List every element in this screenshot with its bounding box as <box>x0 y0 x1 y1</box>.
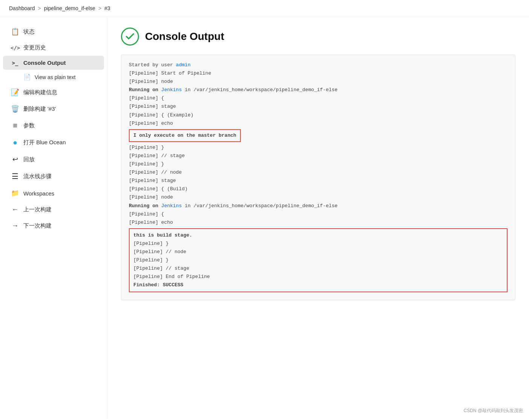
params-icon: ≡ <box>11 121 20 130</box>
sidebar-label-changes: 变更历史 <box>23 44 46 51</box>
console-line-11: [Pipeline] } <box>129 160 508 168</box>
breadcrumb-sep-1: > <box>38 5 41 11</box>
sidebar-label-prev-build: 上一次构建 <box>23 206 52 213</box>
main-content: Console Output Started by user admin [Pi… <box>107 17 529 419</box>
console-line-14: [Pipeline] { (Build) <box>129 185 508 193</box>
sidebar-item-plain-text[interactable]: 📄 View as plain text <box>3 70 104 84</box>
terminal-icon: >_ <box>11 60 20 66</box>
section-line-1: this is build stage. <box>133 231 503 240</box>
highlight-box-1: I only execute on the master branch <box>129 129 241 142</box>
breadcrumb-pipeline[interactable]: pipeline_demo_if-else <box>44 5 95 11</box>
console-line-16: Running on Jenkins in /var/jenkins_home/… <box>129 202 508 210</box>
sidebar: 📋 状态 </> 变更历史 >_ Console Output 📄 View a… <box>0 17 107 419</box>
file-icon: 📄 <box>23 73 31 81</box>
sidebar-label-console: Console Output <box>23 60 66 66</box>
sidebar-label-blue-ocean: 打开 Blue Ocean <box>23 139 66 146</box>
console-line-9: [Pipeline] } <box>129 144 508 152</box>
sidebar-label-edit-build: 编辑构建信息 <box>23 89 57 96</box>
sidebar-item-params[interactable]: ≡ 参数 <box>3 118 104 134</box>
console-output: Started by user admin [Pipeline] Start o… <box>121 55 515 300</box>
page-header: Console Output <box>121 27 515 46</box>
sidebar-item-console[interactable]: >_ Console Output <box>3 56 104 70</box>
console-line-10: [Pipeline] // stage <box>129 152 508 160</box>
console-line-2: [Pipeline] Start of Pipeline <box>129 69 508 78</box>
section-line-7: Finished: SUCCESS <box>133 281 503 289</box>
sidebar-item-pipeline-steps[interactable]: ☰ 流水线步骤 <box>3 168 104 185</box>
replay-icon: ↩ <box>11 155 20 163</box>
sidebar-item-workspaces[interactable]: 📁 Workspaces <box>3 185 104 201</box>
sidebar-item-delete-build[interactable]: 🗑️ 删除构建 '#3' <box>3 101 104 117</box>
console-line-13: [Pipeline] stage <box>129 177 508 185</box>
admin-link[interactable]: admin <box>176 62 191 68</box>
jenkins-link-2[interactable]: Jenkins <box>161 203 182 209</box>
section-line-6: [Pipeline] End of Pipeline <box>133 273 503 281</box>
document-icon: 📋 <box>11 27 20 36</box>
console-line-12: [Pipeline] // node <box>129 168 508 177</box>
arrow-left-icon: ← <box>11 206 20 214</box>
sidebar-label-params: 参数 <box>23 122 35 129</box>
sidebar-label-next-build: 下一次构建 <box>23 222 52 229</box>
breadcrumb-dashboard[interactable]: Dashboard <box>9 5 35 11</box>
sidebar-label-pipeline-steps: 流水线步骤 <box>23 173 52 180</box>
sidebar-label-replay: 回放 <box>23 156 35 163</box>
edit-icon: 📝 <box>11 88 20 96</box>
breadcrumb-build[interactable]: #3 <box>104 5 110 11</box>
console-line-4: Running on Jenkins in /var/jenkins_home/… <box>129 86 508 94</box>
trash-icon: 🗑️ <box>11 105 20 113</box>
folder-icon: 📁 <box>11 189 20 197</box>
section-line-3: [Pipeline] // node <box>133 248 503 256</box>
console-line-1: Started by user admin <box>129 61 508 69</box>
steps-icon: ☰ <box>11 172 20 181</box>
arrow-right-icon: → <box>11 222 20 230</box>
section-line-2: [Pipeline] } <box>133 240 503 248</box>
success-icon <box>121 27 139 46</box>
sidebar-item-replay[interactable]: ↩ 回放 <box>3 151 104 167</box>
console-line-15: [Pipeline] node <box>129 193 508 202</box>
ocean-icon: ● <box>11 138 20 147</box>
highlight-text-1: I only execute on the master branch <box>133 133 236 138</box>
watermark: CSDN @敲代码敲到头发茂密 <box>463 408 523 414</box>
console-line-7: [Pipeline] { (Example) <box>129 111 508 119</box>
page-title: Console Output <box>145 31 224 43</box>
console-line-18: [Pipeline] echo <box>129 218 508 227</box>
breadcrumb: Dashboard > pipeline_demo_if-else > #3 <box>0 0 529 17</box>
section-line-5: [Pipeline] // stage <box>133 264 503 273</box>
sidebar-item-prev-build[interactable]: ← 上一次构建 <box>3 202 104 217</box>
sidebar-label-delete-build: 删除构建 '#3' <box>23 105 56 113</box>
sidebar-item-blue-ocean[interactable]: ● 打开 Blue Ocean <box>3 134 104 151</box>
console-line-3: [Pipeline] node <box>129 78 508 86</box>
console-line-6: [Pipeline] stage <box>129 102 508 111</box>
console-line-8: [Pipeline] echo <box>129 119 508 128</box>
section-box: this is build stage. [Pipeline] } [Pipel… <box>129 228 508 293</box>
sidebar-label-workspaces: Workspaces <box>23 190 54 197</box>
section-line-4: [Pipeline] } <box>133 256 503 264</box>
console-line-17: [Pipeline] { <box>129 210 508 218</box>
breadcrumb-sep-2: > <box>98 5 101 11</box>
jenkins-link-1[interactable]: Jenkins <box>161 87 182 93</box>
sidebar-item-changes[interactable]: </> 变更历史 <box>3 40 104 55</box>
main-layout: 📋 状态 </> 变更历史 >_ Console Output 📄 View a… <box>0 17 529 419</box>
sidebar-label-plain-text: View as plain text <box>35 74 76 80</box>
sidebar-item-next-build[interactable]: → 下一次构建 <box>3 218 104 234</box>
console-line-5: [Pipeline] { <box>129 94 508 102</box>
code-icon: </> <box>11 45 20 51</box>
sidebar-item-status[interactable]: 📋 状态 <box>3 24 104 40</box>
sidebar-item-edit-build[interactable]: 📝 编辑构建信息 <box>3 84 104 100</box>
sidebar-label-status: 状态 <box>23 28 35 35</box>
